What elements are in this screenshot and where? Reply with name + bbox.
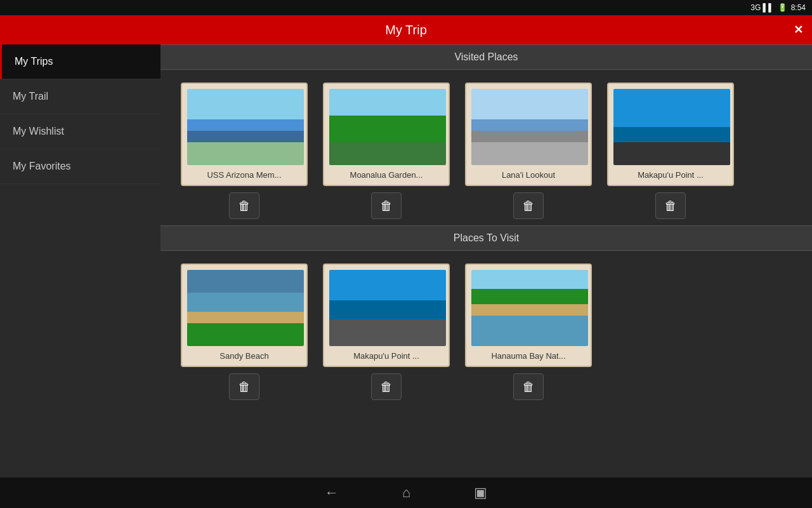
delete-button-lanai[interactable]: 🗑	[513, 192, 544, 219]
card-sandy-beach[interactable]: Sandy Beach	[181, 264, 308, 367]
trash-icon: 🗑	[522, 199, 535, 213]
card-image-lanai	[471, 89, 588, 165]
trash-icon: 🗑	[380, 380, 393, 394]
card-label-moanalua: Moanalua Garden...	[329, 169, 443, 181]
back-icon: ←	[325, 485, 339, 501]
nav-bar: ← ⌂ ▣	[0, 478, 812, 508]
card-wrapper-lanai: Lana'i Lookout 🗑	[465, 83, 592, 219]
sidebar-item-my-wishlist[interactable]: My Wishlist	[0, 114, 160, 149]
card-image-makapuu-2	[329, 270, 446, 346]
card-image-uss-arizona	[187, 89, 304, 165]
card-image-hanauma-bay	[471, 270, 588, 346]
card-wrapper-makapuu-2: Makapu'u Point ... 🗑	[323, 264, 450, 400]
delete-button-makapuu-2[interactable]: 🗑	[371, 373, 402, 400]
trash-icon: 🗑	[380, 199, 393, 213]
back-button[interactable]: ←	[325, 485, 339, 501]
status-bar: 3G ▌▌ 🔋 8:54	[0, 0, 812, 15]
home-button[interactable]: ⌂	[402, 485, 410, 501]
delete-button-moanalua[interactable]: 🗑	[371, 192, 402, 219]
card-wrapper-makapuu-1: Makapu'u Point ... 🗑	[607, 83, 734, 219]
places-to-visit-grid: Sandy Beach 🗑 Makapu'u Point ... 🗑	[160, 251, 812, 406]
battery-icon: 🔋	[778, 3, 787, 12]
card-image-moanalua	[329, 89, 446, 165]
status-icons: 3G ▌▌ 🔋 8:54	[750, 3, 806, 12]
app-bar: My Trip ✕	[0, 15, 812, 44]
trash-icon: 🗑	[238, 199, 251, 213]
app-title: My Trip	[385, 23, 427, 37]
card-makapuu-1[interactable]: Makapu'u Point ...	[607, 83, 734, 186]
home-icon: ⌂	[402, 485, 410, 501]
sidebar-item-my-trail[interactable]: My Trail	[0, 79, 160, 114]
signal-icon: 3G ▌▌	[750, 3, 773, 12]
delete-button-sandy-beach[interactable]: 🗑	[229, 373, 259, 400]
visited-places-grid: USS Arizona Mem... 🗑 Moanalua Garden... …	[160, 70, 812, 225]
card-image-sandy-beach	[187, 270, 304, 346]
recent-button[interactable]: ▣	[474, 485, 487, 501]
trash-icon: 🗑	[238, 380, 251, 394]
card-image-makapuu-1	[613, 89, 730, 165]
card-uss-arizona[interactable]: USS Arizona Mem...	[181, 83, 308, 186]
card-makapuu-2[interactable]: Makapu'u Point ...	[323, 264, 450, 367]
trash-icon: 🗑	[664, 199, 677, 213]
delete-button-uss-arizona[interactable]: 🗑	[229, 192, 259, 219]
card-label-uss-arizona: USS Arizona Mem...	[187, 169, 301, 181]
sidebar: My Trips My Trail My Wishlist My Favorit…	[0, 44, 160, 478]
delete-button-makapuu-1[interactable]: 🗑	[655, 192, 686, 219]
recent-icon: ▣	[474, 485, 487, 501]
card-wrapper-moanalua: Moanalua Garden... 🗑	[323, 83, 450, 219]
card-wrapper-sandy-beach: Sandy Beach 🗑	[181, 264, 308, 400]
card-label-makapuu-1: Makapu'u Point ...	[613, 169, 728, 181]
card-moanalua[interactable]: Moanalua Garden...	[323, 83, 450, 186]
card-label-makapuu-2: Makapu'u Point ...	[329, 350, 443, 362]
visited-places-header: Visited Places	[160, 44, 812, 70]
card-wrapper-uss-arizona: USS Arizona Mem... 🗑	[181, 83, 308, 219]
card-wrapper-hanauma-bay: Hanauma Bay Nat... 🗑	[465, 264, 592, 400]
sidebar-item-my-favorites[interactable]: My Favorites	[0, 149, 160, 184]
delete-button-hanauma-bay[interactable]: 🗑	[513, 373, 544, 400]
card-label-hanauma-bay: Hanauma Bay Nat...	[471, 350, 586, 362]
time-display: 8:54	[791, 3, 806, 12]
sidebar-item-my-trips[interactable]: My Trips	[0, 44, 160, 79]
card-label-lanai: Lana'i Lookout	[471, 169, 586, 181]
close-button[interactable]: ✕	[794, 23, 803, 37]
card-hanauma-bay[interactable]: Hanauma Bay Nat...	[465, 264, 592, 367]
card-lanai[interactable]: Lana'i Lookout	[465, 83, 592, 186]
trash-icon: 🗑	[522, 380, 535, 394]
main-layout: My Trips My Trail My Wishlist My Favorit…	[0, 44, 812, 478]
content-area: Visited Places USS Arizona Mem... 🗑	[160, 44, 812, 478]
places-to-visit-header: Places To Visit	[160, 225, 812, 251]
card-label-sandy-beach: Sandy Beach	[187, 350, 301, 362]
